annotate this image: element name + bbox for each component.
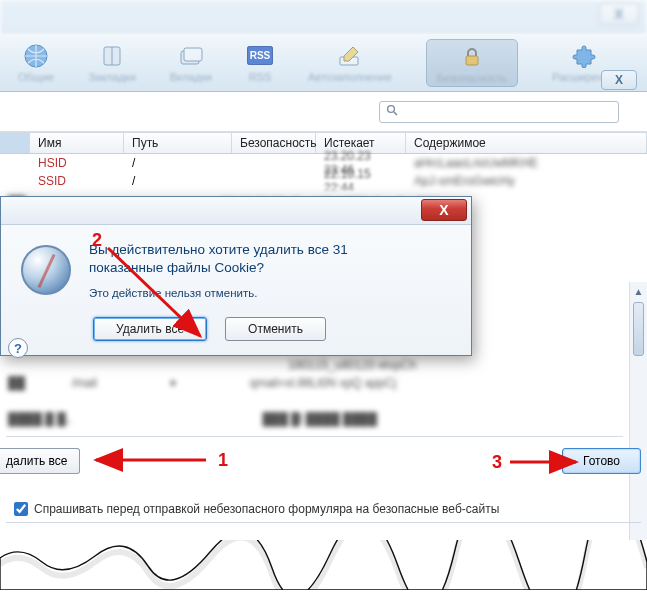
col-security[interactable]: Безопасность — [232, 133, 316, 153]
window-tabs-blurred: X — [0, 0, 647, 34]
annotation-number-1: 1 — [218, 450, 228, 471]
cell-path: / — [124, 174, 232, 188]
window-close-button[interactable]: X — [599, 3, 639, 25]
toolbar-tab-security-selected[interactable]: Безопасность — [426, 39, 518, 87]
vertical-scrollbar[interactable]: ▲ ▼ — [629, 282, 647, 572]
toolbar-tab-bookmarks[interactable]: Закладки — [88, 43, 136, 83]
col-site[interactable] — [0, 133, 30, 153]
col-path[interactable]: Путь — [124, 133, 232, 153]
dialog-subtext: Это действие нельзя отменить. — [89, 287, 451, 299]
cell-content: aHrcLaaoLrioUwMKHE — [406, 156, 647, 170]
svg-rect-6 — [466, 56, 478, 65]
table-row[interactable]: SSID / 22.10.15 22:44 ApJ-smEroGwicHy — [0, 172, 647, 190]
preferences-toolbar: Общие Закладки Вкладки RSS RSS Автозапол… — [0, 34, 647, 92]
help-button[interactable]: ? — [8, 338, 28, 358]
dialog-message: Вы действительно хотите удалить все 31 п… — [89, 241, 451, 277]
confirm-delete-dialog: X Вы действительно хотите удалить все 31… — [0, 196, 472, 356]
cell-path: / — [124, 156, 232, 170]
toolbar-tab-autofill[interactable]: Автозаполнение — [308, 43, 392, 83]
cell-content: ApJ-smEroGwicHy — [406, 174, 647, 188]
cell-name: SSID — [30, 174, 124, 188]
annotation-number-2: 2 — [92, 230, 102, 251]
ask-before-send-checkbox-row: Спрашивать перед отправкой небезопасного… — [14, 502, 499, 516]
search-input[interactable] — [402, 105, 612, 119]
ask-before-send-checkbox[interactable] — [14, 502, 28, 516]
svg-point-17 — [388, 106, 395, 113]
dialog-cancel-button[interactable]: Отменить — [225, 317, 326, 341]
separator — [6, 436, 623, 437]
separator — [6, 522, 641, 523]
dialog-remove-all-button[interactable]: Удалить все — [93, 317, 207, 341]
puzzle-icon — [570, 43, 598, 69]
svg-rect-4 — [184, 48, 202, 61]
svg-line-18 — [394, 112, 397, 115]
remove-all-button[interactable]: далить все — [0, 448, 80, 474]
torn-edge-decoration — [0, 540, 647, 590]
col-content[interactable]: Содержимое — [406, 133, 647, 153]
footer-button-row: далить все Готово — [0, 448, 647, 474]
book-icon — [98, 43, 126, 69]
scroll-thumb[interactable] — [633, 302, 644, 356]
toolbar-tab-tabs[interactable]: Вкладки — [170, 43, 212, 83]
rss-icon: RSS — [246, 43, 274, 69]
toolbar-tab-general[interactable]: Общие — [18, 43, 54, 83]
globe-icon — [22, 43, 50, 69]
lock-icon — [458, 44, 486, 70]
annotation-number-3: 3 — [492, 452, 502, 473]
tabs-icon — [177, 43, 205, 69]
scroll-up-icon[interactable]: ▲ — [630, 282, 647, 300]
col-name[interactable]: Имя — [30, 133, 124, 153]
done-button[interactable]: Готово — [562, 448, 641, 474]
dialog-titlebar: X — [1, 197, 471, 225]
search-icon — [386, 104, 398, 119]
pencil-form-icon — [336, 43, 364, 69]
dialog-close-button[interactable]: X — [421, 199, 467, 221]
toolbar-tab-rss[interactable]: RSS RSS — [246, 43, 274, 83]
secondary-close-button[interactable]: X — [601, 70, 637, 90]
safari-compass-icon — [21, 245, 71, 295]
search-input-wrapper[interactable] — [379, 101, 619, 123]
cookie-search-row — [0, 92, 647, 132]
cell-name: HSID — [30, 156, 124, 170]
checkbox-label: Спрашивать перед отправкой небезопасного… — [34, 502, 499, 516]
